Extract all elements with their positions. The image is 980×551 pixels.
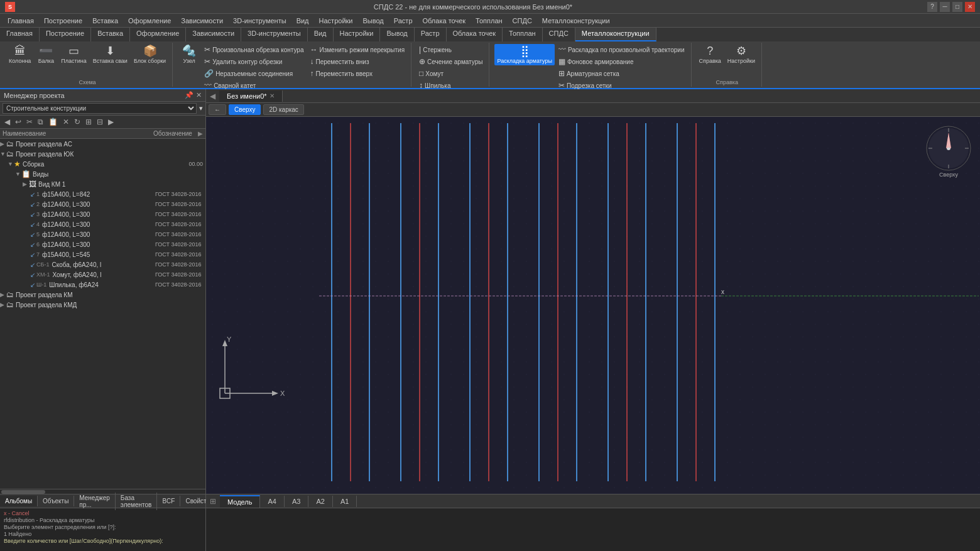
sidebar-collapse-btn[interactable]: ⊟ [95,117,105,127]
sidebar-scroll-thumb[interactable] [1,490,45,494]
sidebar-more-btn[interactable]: ▶ [106,117,116,127]
canvas-sverhu-btn[interactable]: Сверху [229,104,261,115]
tab-vyvod[interactable]: Вывод [380,28,414,41]
help-button[interactable]: ? [927,2,937,12]
tree-item-4[interactable]: ↙ 4 ф12А400, L=300 ГОСТ 34028-2016 [0,219,205,229]
tab-glavnaya[interactable]: Главная [0,28,40,41]
tree-item-hm1[interactable]: ↙ ХМ-1 Хомут, ф6А240, l ГОСТ 34028-2016 [0,270,205,280]
sidebar-delete-btn[interactable]: ✕ [61,117,71,127]
menu-metalcon[interactable]: Металлоконструкции [537,16,615,26]
sidebar-paste-btn[interactable]: 📋 [46,117,60,127]
ribbon-btn-sterzhen[interactable]: | Стержень [416,44,485,55]
bottom-tab-a1[interactable]: A1 [333,496,357,507]
tree-row-vidy[interactable]: ▼ 📋 Виды [0,169,205,179]
tree-item-6[interactable]: ↙ 6 ф12А400, L=300 ГОСТ 34028-2016 [0,239,205,249]
ribbon-btn-peremestit-vverh[interactable]: ↑ Переместить вверх [307,68,407,79]
menu-vstavka[interactable]: Вставка [87,16,123,26]
bottom-tab-a3[interactable]: A3 [285,496,308,507]
sidebar-back-btn[interactable]: ◀ [3,117,12,127]
ribbon-btn-blok-sborki[interactable]: 📦 Блок сборки [131,44,168,65]
tree-row-kmd[interactable]: ▶ 🗂 Проект раздела КМД [0,300,205,310]
expand-vid-km1[interactable]: ▶ [23,181,29,187]
tree-item-sh1[interactable]: ↙ Ш-1 Шпилька, ф6А24 ГОСТ 34028-2016 [0,280,205,290]
tree-expand-all-icon[interactable]: ▶ [198,130,203,137]
ribbon-btn-plastina[interactable]: ▭ Пластина [58,44,89,65]
ribbon-btn-sechenie[interactable]: ⊕ Сечение арматуры [416,56,485,67]
tab-rastr[interactable]: Растр [415,28,447,41]
tab-zavisimosti[interactable]: Зависимости [186,28,241,41]
ribbon-btn-uzel[interactable]: 🔩 Узел [178,44,200,65]
tree-row-vid-km1[interactable]: ▶ 🖼 Вид КМ 1 [0,179,205,189]
tab-vstavka[interactable]: Вставка [91,28,130,41]
sidebar-cut-btn[interactable]: ✂ [24,117,35,127]
bottom-tab-a2[interactable]: A2 [308,496,332,507]
tree-item-2[interactable]: ↙ 2 ф12А400, L=300 ГОСТ 34028-2016 [0,199,205,209]
tree-item-sb1[interactable]: ↙ СБ-1 Скоба, ф6А240, l ГОСТ 34028-2016 [0,259,205,270]
bottom-tab-model[interactable]: Модель [220,495,260,508]
tab-spds[interactable]: СПДС [543,28,575,41]
menu-topplan[interactable]: Топплан [471,16,508,26]
tab-oformlenie[interactable]: Оформление [130,28,186,41]
model-view-icon[interactable]: ⊞ [206,495,220,508]
ribbon-btn-raskladka-traektor[interactable]: 〰 Раскладка по произвольной траектории [556,44,687,55]
tree-item-5[interactable]: ↙ 5 ф12А400, L=300 ГОСТ 34028-2016 [0,229,205,239]
menu-3d-tools[interactable]: 3D-инструменты [228,16,291,26]
sidebar-tab-albomy[interactable]: Альбомы [0,496,38,506]
tab-postroenie[interactable]: Построение [40,28,91,41]
tree-row-yuk[interactable]: ▼ 🗂 Проект раздела ЮК [0,149,205,159]
ribbon-btn-vstavka-svai[interactable]: ⬇ Вставка сваи [90,44,130,65]
ribbon-btn-balka[interactable]: ➖ Балка [35,44,57,65]
ribbon-btn-peremestit-vniz[interactable]: ↓ Переместить вниз [307,56,407,67]
tab-3d[interactable]: 3D-инструменты [241,28,308,41]
bottom-tab-a4[interactable]: A4 [260,496,284,507]
sidebar-tab-obekty[interactable]: Объекты [38,496,74,506]
tree-item-1[interactable]: ↙ 1 ф15А400, L=842 ГОСТ 34028-2016 [0,189,205,199]
canvas-2d-karkas-btn[interactable]: 2D каркас [263,104,303,115]
ribbon-btn-kolonna[interactable]: 🏛 Колонна [6,44,33,65]
ribbon-btn-fonovoe[interactable]: ▦ Фоновое армирование [556,56,687,67]
tree-row-sborka[interactable]: ▼ ★ Сборка 00.00 [0,159,205,169]
tab-vid[interactable]: Вид [308,28,334,41]
sidebar-tab-bcf[interactable]: BCF [157,496,180,506]
ribbon-btn-udalit-kontur[interactable]: ✂ Удалить контур обрезки [202,56,306,67]
canvas-tab-close[interactable]: ✕ [270,92,275,99]
tab-metalcon[interactable]: Металлоконструкции [575,28,656,41]
menu-oformlenie[interactable]: Оформление [123,16,176,26]
tree-item-7[interactable]: ↙ 7 ф15А400, L=545 ГОСТ 34028-2016 [0,249,205,259]
canvas-tab-bez-imeni[interactable]: Без имени0* ✕ [219,90,283,102]
sidebar-expand-btn[interactable]: ⊞ [84,117,94,127]
sidebar-tab-baza[interactable]: База элементов [116,493,158,510]
sidebar-copy-btn[interactable]: ⧉ [36,117,45,127]
canvas-back-btn[interactable]: ← [209,104,226,115]
menu-glavnaya[interactable]: Главная [3,16,39,26]
tab-topplan[interactable]: Топплан [503,28,543,41]
ribbon-btn-raskladka-armatury[interactable]: ⣿ Раскладка арматуры [494,44,555,65]
ribbon-btn-armaturnaya-setka[interactable]: ⊞ Арматурная сетка [556,68,687,79]
sidebar-close-btn[interactable]: ✕ [196,91,202,99]
minimize-button[interactable]: ─ [940,2,950,12]
menu-spds[interactable]: СПДС [508,16,537,26]
tree-row-km[interactable]: ▶ 🗂 Проект раздела КМ [0,290,205,300]
close-button[interactable]: ✕ [965,2,975,12]
menu-postroenie[interactable]: Построение [39,16,87,26]
expand-ac[interactable]: ▶ [0,141,6,147]
expand-yuk[interactable]: ▼ [0,151,6,157]
canvas-viewport[interactable]: x Y X [206,117,980,494]
ribbon-btn-nerazeemnye[interactable]: 🔗 Неразъемные соединения [202,68,306,79]
tree-item-3[interactable]: ↙ 3 ф12А400, L=300 ГОСТ 34028-2016 [0,209,205,219]
sidebar-filter-select[interactable]: Строительные конструкции [3,103,197,114]
menu-rastr[interactable]: Растр [389,16,418,26]
canvas-nav-prev[interactable]: ◀ [206,90,219,102]
ribbon-btn-nastrojki-spravka[interactable]: ⚙ Настройки [725,44,758,65]
sidebar-refresh-btn[interactable]: ↻ [72,117,82,127]
expand-sborka[interactable]: ▼ [8,161,14,167]
expand-vidy[interactable]: ▼ [15,171,21,177]
tree-row-ac[interactable]: ▶ 🗂 Проект раздела АС [0,139,205,149]
ribbon-btn-izmenit[interactable]: ↔ Изменить режим перекрытия [307,44,407,55]
expand-kmd[interactable]: ▶ [0,302,6,308]
sidebar-undo-btn[interactable]: ↩ [13,117,23,127]
sidebar-tab-menedzher[interactable]: Менеджер пр... [74,493,116,510]
ribbon-btn-произвольная[interactable]: ✂ Произвольная обрезка контура [202,44,306,55]
tab-nastrojki[interactable]: Настройки [334,28,381,41]
expand-km[interactable]: ▶ [0,292,6,298]
